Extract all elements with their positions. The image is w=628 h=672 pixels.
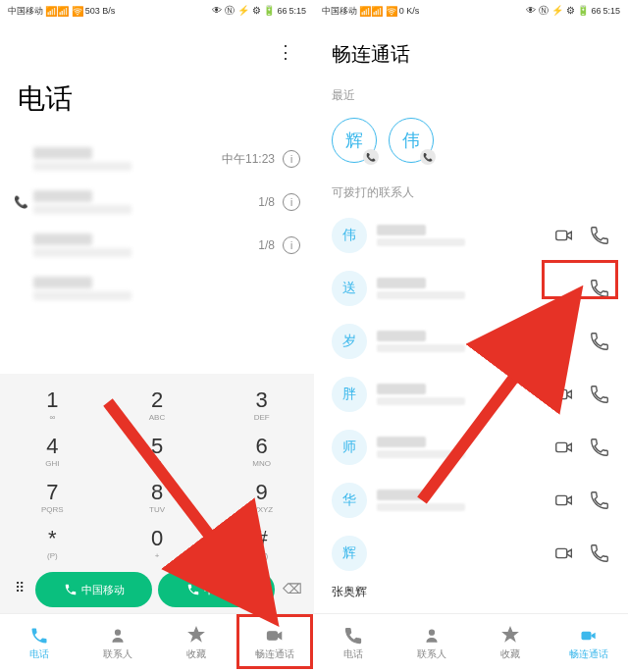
contact-row[interactable]: 伟 bbox=[328, 209, 614, 262]
nav-phone[interactable]: 电话 bbox=[0, 614, 78, 672]
nav-meetime[interactable]: 畅连通话 bbox=[550, 614, 628, 672]
call-log-item[interactable] bbox=[14, 267, 300, 310]
recent-label: 最近 bbox=[314, 79, 628, 112]
bottom-nav: 电话 联系人 收藏 畅连通话 bbox=[314, 613, 628, 672]
contact-row[interactable]: 辉 bbox=[328, 527, 614, 580]
call-date: 1/8 bbox=[258, 195, 275, 209]
nav-label: 电话 bbox=[29, 647, 49, 661]
phone-badge-icon: 📞 bbox=[420, 149, 436, 165]
avatar: 岁 bbox=[332, 324, 367, 359]
call-log-item[interactable]: 📞 1/8 i bbox=[14, 181, 300, 224]
status-bar: 中国移动 📶📶 🛜 0 K/s 👁 Ⓝ ⚡ ⚙ 🔋66 5:15 bbox=[314, 0, 628, 22]
voice-call-icon[interactable] bbox=[589, 331, 610, 352]
more-menu-icon[interactable]: ⋮ bbox=[277, 41, 294, 63]
contact-name-visible: 张奥辉 bbox=[314, 580, 628, 604]
avatar: 辉 bbox=[332, 536, 367, 571]
nav-label: 畅连通话 bbox=[569, 647, 608, 661]
svg-line-13 bbox=[422, 304, 569, 500]
status-bar: 中国移动 📶📶 🛜 503 B/s 👁 Ⓝ ⚡ ⚙ 🔋66 5:15 bbox=[0, 0, 314, 22]
carrier-label: 中国移动 bbox=[8, 5, 43, 18]
call-time: 中午11:23 bbox=[222, 151, 275, 168]
battery: 66 bbox=[277, 6, 287, 16]
voice-call-icon[interactable] bbox=[589, 437, 610, 458]
svg-rect-7 bbox=[556, 548, 567, 557]
dial-key-7[interactable]: 7PQRS bbox=[0, 474, 105, 520]
status-icons: 👁 Ⓝ ⚡ ⚙ 🔋 bbox=[212, 4, 275, 18]
status-icons: 👁 Ⓝ ⚡ ⚙ 🔋 bbox=[526, 4, 589, 18]
voice-call-icon[interactable] bbox=[589, 384, 610, 405]
recent-contact[interactable]: 辉📞 bbox=[332, 118, 377, 163]
svg-rect-2 bbox=[556, 231, 567, 239]
svg-line-11 bbox=[108, 402, 265, 608]
dial-key-star[interactable]: *(P) bbox=[0, 520, 105, 566]
nav-favorites[interactable]: 收藏 bbox=[471, 614, 550, 672]
voice-call-icon[interactable] bbox=[589, 490, 610, 511]
call-log-item[interactable]: 1/8 i bbox=[14, 224, 300, 267]
info-icon[interactable]: i bbox=[283, 236, 300, 254]
signal-icons: 📶📶 🛜 bbox=[359, 6, 397, 17]
page-title: 电话 bbox=[0, 22, 314, 137]
recent-calls-list: 中午11:23 i 📞 1/8 i 1/8 i bbox=[0, 137, 314, 310]
dialable-label: 可拨打的联系人 bbox=[314, 177, 628, 209]
recent-contacts: 辉📞 伟📞 bbox=[314, 112, 628, 177]
call-date: 1/8 bbox=[258, 238, 275, 252]
svg-rect-9 bbox=[582, 631, 592, 639]
recent-contact[interactable]: 伟📞 bbox=[389, 118, 434, 163]
grid-icon[interactable]: ⠿ bbox=[10, 580, 29, 599]
nav-label: 联系人 bbox=[103, 647, 132, 661]
svg-point-8 bbox=[430, 630, 435, 635]
nav-phone[interactable]: 电话 bbox=[314, 614, 392, 672]
voice-call-icon[interactable] bbox=[589, 543, 610, 564]
annotation-arrow-1 bbox=[98, 392, 294, 638]
net-speed: 503 B/s bbox=[85, 6, 116, 16]
clock: 5:15 bbox=[288, 6, 306, 16]
nav-label: 收藏 bbox=[186, 647, 206, 661]
avatar: 胖 bbox=[332, 377, 367, 412]
dial-key-4[interactable]: 4GHI bbox=[0, 428, 105, 474]
call-log-item[interactable]: 中午11:23 i bbox=[14, 137, 300, 181]
info-icon[interactable]: i bbox=[283, 193, 300, 211]
nav-contacts[interactable]: 联系人 bbox=[392, 614, 471, 672]
voice-call-icon[interactable] bbox=[589, 225, 610, 246]
annotation-arrow-2 bbox=[412, 284, 589, 510]
video-call-icon[interactable] bbox=[553, 225, 575, 246]
carrier-label: 中国移动 bbox=[322, 5, 357, 18]
signal-icons: 📶📶 🛜 bbox=[45, 6, 83, 17]
info-icon[interactable]: i bbox=[283, 150, 300, 168]
nav-label: 收藏 bbox=[500, 647, 520, 661]
avatar: 华 bbox=[332, 483, 367, 518]
nav-label: 联系人 bbox=[417, 647, 446, 661]
dial-key-1[interactable]: 1∞ bbox=[0, 382, 105, 428]
nav-label: 电话 bbox=[343, 647, 363, 661]
page-title: 畅连通话 bbox=[314, 22, 628, 79]
avatar: 伟 bbox=[332, 218, 367, 253]
battery: 66 bbox=[591, 6, 601, 16]
outgoing-call-icon: 📞 bbox=[14, 195, 27, 209]
clock: 5:15 bbox=[602, 6, 620, 16]
net-speed: 0 K/s bbox=[399, 6, 420, 16]
video-call-icon[interactable] bbox=[553, 543, 575, 564]
avatar: 师 bbox=[332, 430, 367, 465]
phone-badge-icon: 📞 bbox=[363, 149, 379, 165]
avatar: 送 bbox=[332, 271, 367, 306]
